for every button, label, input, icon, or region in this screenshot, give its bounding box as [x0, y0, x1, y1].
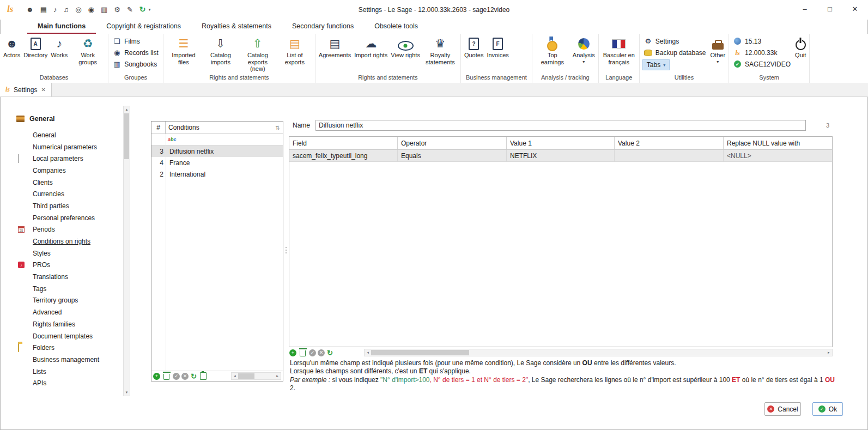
edit-icon[interactable]: ✎ [127, 5, 133, 14]
record-icon[interactable]: ◉ [88, 5, 94, 14]
sidebar-item-styles[interactable]: Styles [16, 247, 123, 259]
ribbon-button-backup-database[interactable]: Backup database [641, 47, 709, 58]
ribbon-button-analysis[interactable]: Analysis ▾ [571, 34, 597, 64]
condition-row-diffusion-netflix[interactable]: 3 Diffusion netflix [151, 146, 283, 157]
ribbon-button-catalog-exports-new[interactable]: ⇧ Catalog exports (new) [239, 34, 276, 72]
add-button[interactable]: + [289, 349, 296, 356]
conditions-horizontal-scrollbar[interactable]: ◄ ► [231, 372, 281, 380]
ribbon-button-records-list[interactable]: ◉ Records list [110, 47, 161, 58]
ribbon-button-basculer-en-francais[interactable]: Basculer en français [600, 34, 638, 65]
scroll-up-icon[interactable]: ▲ [124, 106, 130, 113]
ribbon-button-royalty-statements[interactable]: ♛ Royalty statements [422, 34, 459, 65]
sidebar-item-numerical-parameters[interactable]: Numerical parameters [16, 141, 123, 153]
cancel-edit-button[interactable]: ✕ [318, 349, 325, 356]
ribbon-button-work-groups[interactable]: ♻ Work groups [69, 34, 106, 65]
scroll-down-icon[interactable]: ▼ [124, 389, 130, 396]
ribbon-button-quit[interactable]: Quit [793, 34, 808, 59]
ribbon-button-tabs[interactable]: Tabs ▾ [642, 59, 670, 70]
ribbon-button-import-rights[interactable]: ☁ Import rights [353, 34, 389, 59]
ribbon-button-actors[interactable]: ☻ Actors [2, 34, 22, 59]
sidebar-item-general[interactable]: General [16, 129, 123, 141]
sidebar-item-tags[interactable]: Tags [16, 283, 123, 295]
condition-row-france[interactable]: 4 France [151, 157, 283, 168]
scrollbar-thumb[interactable] [238, 373, 254, 379]
refresh-button[interactable]: ↻ [326, 349, 333, 356]
confirm-button[interactable]: ✓ [173, 373, 180, 380]
scrollbar-thumb[interactable] [371, 350, 469, 355]
sidebar-item-document-templates[interactable]: Document templates [16, 330, 123, 342]
actors-icon[interactable]: ☻ [26, 5, 34, 14]
ribbon-tab-copyright-registrations[interactable]: Copyright & registrations [96, 20, 191, 34]
sidebar-item-business-management[interactable]: Business management [16, 354, 123, 366]
ribbon-button-list-of-exports[interactable]: ▤ List of exports [276, 34, 313, 65]
ribbon-button-view-rights[interactable]: View rights [389, 34, 422, 59]
gear-icon[interactable]: ⚙ [114, 5, 120, 14]
sidebar-item-rights-families[interactable]: Rights families [16, 318, 123, 330]
column-header-replace-null[interactable]: Replace NULL value with [724, 137, 832, 149]
ribbon-button-songbooks[interactable]: ▥ Songbooks [110, 58, 161, 70]
column-header-operator[interactable]: Operator [398, 137, 507, 149]
refresh-icon[interactable]: ↻ [139, 5, 146, 14]
ribbon-button-invoices[interactable]: F Invoices [485, 34, 510, 59]
grid-horizontal-scrollbar[interactable]: ◄ ► [364, 349, 833, 356]
ribbon-button-settings[interactable]: ⚙ Settings [641, 35, 709, 47]
scroll-right-icon[interactable]: ► [825, 351, 832, 354]
scroll-left-icon[interactable]: ◄ [232, 374, 238, 378]
paste-button[interactable] [200, 372, 207, 380]
column-header-field[interactable]: Field [289, 137, 398, 149]
panel-splitter-handle[interactable] [284, 244, 287, 257]
sidebar-item-advanced[interactable]: Advanced [16, 306, 123, 318]
works-icon[interactable]: ♪ [53, 5, 57, 14]
minimize-button[interactable]: – [792, 1, 817, 17]
ribbon-button-other[interactable]: Other ▾ [709, 34, 727, 64]
ribbon-tab-obsolete-tools[interactable]: Obsolete tools [364, 20, 428, 34]
chevron-down-icon[interactable]: ▾ [149, 7, 151, 12]
conditions-filter-row[interactable]: abc [151, 134, 283, 146]
column-header-conditions[interactable]: Conditions ⇅ [166, 122, 283, 134]
sidebar-item-territory-groups[interactable]: Territory groups [16, 295, 123, 307]
ribbon-button-quotes[interactable]: ? Quotes [463, 34, 485, 59]
ribbon-tab-secondary-functions[interactable]: Secondary functions [282, 20, 364, 34]
ribbon-button-top-earnings[interactable]: Top earnings [534, 34, 571, 65]
ribbon-tab-main-functions[interactable]: Main functions [27, 20, 96, 34]
ok-button[interactable]: ✓ Ok [812, 402, 843, 416]
scroll-left-icon[interactable]: ◄ [365, 351, 371, 354]
column-header-num[interactable]: # [151, 122, 166, 134]
condition-row-international[interactable]: 2 International [151, 168, 283, 180]
add-button[interactable]: + [153, 373, 160, 380]
sidebar-item-clients[interactable]: Clients [16, 177, 123, 189]
delete-button[interactable] [300, 350, 306, 356]
column-header-value2[interactable]: Value 2 [615, 137, 724, 149]
cancel-button[interactable]: ✕ Cancel [764, 402, 801, 416]
close-tab-icon[interactable]: ✕ [41, 87, 45, 93]
songs-icon[interactable]: ♫ [63, 5, 69, 14]
tab-settings[interactable]: ls Settings ✕ [0, 83, 52, 96]
delete-button[interactable] [163, 374, 169, 380]
scroll-right-icon[interactable]: ► [274, 374, 281, 378]
confirm-button[interactable]: ✓ [309, 349, 316, 356]
condition-name-input[interactable] [315, 120, 806, 131]
sidebar-item-folders[interactable]: Folders [16, 342, 123, 354]
cancel-edit-button[interactable]: ✕ [181, 373, 189, 380]
ribbon-button-catalog-imports[interactable]: ⇩ Catalog imports [202, 34, 239, 65]
sidebar-item-third-parties[interactable]: Third parties [16, 200, 123, 212]
ribbon-button-directory[interactable]: A Directory [22, 34, 49, 59]
refresh-button[interactable]: ↻ [190, 373, 197, 380]
ribbon-button-films[interactable]: ❏ Films [110, 35, 161, 47]
ribbon-button-imported-files[interactable]: ☰ Imported files [165, 34, 202, 65]
ribbon-tab-royalties-statements[interactable]: Royalties & statements [191, 20, 282, 34]
sidebar-item-personal-preferences[interactable]: Personal preferences [16, 212, 123, 224]
sidebar-item-local-parameters[interactable]: Local parameters [16, 153, 123, 165]
scrollbar-thumb[interactable] [124, 113, 129, 159]
ribbon-button-agreements[interactable]: ▤ Agreements [317, 34, 353, 59]
target-icon[interactable]: ◎ [75, 5, 81, 14]
device-icon[interactable]: ▥ [101, 5, 107, 14]
maximize-button[interactable]: □ [817, 1, 842, 17]
sidebar-item-translations[interactable]: Translations [16, 271, 123, 283]
sidebar-scrollbar[interactable]: ▲ ▼ [123, 106, 130, 396]
sidebar-item-lists[interactable]: Lists [16, 366, 123, 378]
sidebar-item-pros[interactable]: ♪ PROs [16, 259, 123, 271]
table-row[interactable]: sacem_felix_typeutil_long Equals NETFLIX… [289, 150, 832, 162]
directory-icon[interactable]: ▤ [40, 5, 47, 14]
ribbon-button-works[interactable]: ♪ Works [49, 34, 69, 59]
